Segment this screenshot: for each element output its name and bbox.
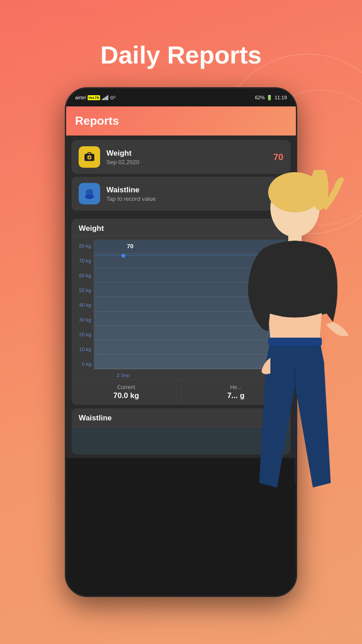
signal-bar-4: [106, 96, 107, 100]
data-point-sep2: [122, 254, 125, 258]
data-label-70: 70: [127, 242, 133, 249]
waistline-card-title: Waistline: [106, 186, 283, 195]
svg-point-7: [85, 195, 94, 199]
signal-bar-3: [105, 97, 105, 100]
battery-percent: 62%: [255, 95, 265, 100]
app-header-title: Reports: [75, 114, 119, 128]
y-label-70kg: 70 kg: [74, 258, 91, 263]
app-content: Weight Sep 02,2020 70 Waistline: [66, 136, 296, 458]
current-label: Current: [79, 384, 174, 390]
signal-bar-2: [103, 98, 104, 100]
clock: 11:19: [274, 95, 287, 100]
weight-card-date: Sep 02,2020: [106, 159, 267, 165]
carrier-name: airtel: [75, 95, 86, 100]
svg-point-10: [311, 170, 328, 210]
waistline-chart-section: Waistline: [72, 408, 290, 454]
chart-y-labels: 0 kg 10 kg 20 kg 30 kg 40 kg 50 kg 60 kg…: [72, 240, 94, 379]
weight-chart-section: Weight 0 kg 10 kg 20 kg 30 kg 40 kg 50 k…: [72, 219, 290, 405]
phone-frame: airtel VoLTE ⊙¹ 62% 🔋 11:19 Reports: [65, 87, 297, 597]
chart-stat-current: Current 70.0 kg: [72, 380, 181, 405]
highest-label: He...: [189, 384, 284, 390]
waistline-card-hint: Tap to record value: [106, 195, 283, 202]
signal-bar-5: [107, 95, 108, 100]
weight-chart-title: Weight: [72, 219, 290, 236]
chart-plot: 70 2 Sep: [94, 240, 287, 369]
y-label-60kg: 60 kg: [74, 273, 91, 278]
highest-value: 7... g: [189, 391, 284, 400]
y-label-30kg: 30 kg: [74, 317, 91, 322]
status-bar-left: airtel VoLTE ⊙¹: [75, 95, 116, 101]
y-label-10kg: 10 kg: [74, 347, 91, 352]
volte-badge: VoLTE: [88, 95, 100, 100]
y-label-20kg: 20 kg: [74, 332, 91, 337]
waistline-report-card[interactable]: Waistline Tap to record value: [72, 177, 290, 211]
report-cards: Weight Sep 02,2020 70 Waistline: [66, 136, 296, 215]
y-label-40kg: 40 kg: [74, 302, 91, 308]
notch: [145, 89, 217, 101]
chart-stats: Current 70.0 kg He... 7... g: [72, 379, 290, 405]
page-title: Daily Reports: [101, 40, 262, 69]
signal-bar-1: [102, 99, 103, 100]
waistline-empty-chart: [72, 428, 290, 454]
weight-icon: [79, 146, 100, 168]
status-bar-right: 62% 🔋 11:19: [255, 95, 287, 101]
waistline-icon: [79, 183, 100, 204]
waistline-card-info: Waistline Tap to record value: [106, 186, 283, 202]
y-label-0kg: 0 kg: [74, 361, 91, 367]
weight-report-card[interactable]: Weight Sep 02,2020 70: [72, 140, 290, 174]
current-value: 70.0 kg: [79, 391, 174, 400]
weight-card-value: 70: [274, 152, 283, 162]
wifi-icon: ⊙¹: [110, 95, 116, 101]
y-label-50kg: 50 kg: [74, 288, 91, 293]
x-label-sep2: 2 Sep: [117, 373, 130, 378]
signal-bars: [102, 95, 108, 100]
battery-icon: 🔋: [266, 95, 273, 101]
weight-card-info: Weight Sep 02,2020: [106, 149, 267, 165]
chart-stat-highest: He... 7... g: [181, 380, 291, 405]
app-header: Reports: [66, 106, 296, 136]
chart-area: 0 kg 10 kg 20 kg 30 kg 40 kg 50 kg 60 kg…: [72, 236, 290, 379]
waistline-chart-title: Waistline: [72, 408, 290, 428]
y-label-80kg: 80 kg: [74, 243, 91, 249]
status-bar: airtel VoLTE ⊙¹ 62% 🔋 11:19: [66, 89, 296, 106]
weight-card-title: Weight: [106, 149, 267, 158]
